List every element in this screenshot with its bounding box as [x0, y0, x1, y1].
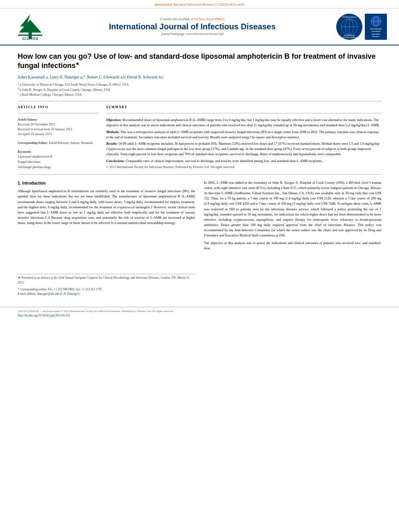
svg-text:ELSEVIER: ELSEVIER	[22, 37, 38, 41]
elsevier-tree-icon: ELSEVIER	[14, 12, 46, 41]
divider-summary	[106, 113, 381, 113]
svg-rect-3	[18, 35, 42, 36]
isid-globe-svg: INTERNATIONAL SOCIETY FOR INFECTIOUS DIS…	[336, 14, 362, 40]
journal-top-bar: International Journal of Infectious Dise…	[0, 0, 399, 8]
conclusions-para: Conclusions: Comparable rates of clinica…	[106, 158, 381, 164]
affiliation-b: b b John H. Stroger Jr. Hospital of Cook…	[18, 87, 381, 92]
journal-cover-badge: InternationalJournal ofInfectiousDisease…	[365, 14, 387, 40]
summary-label: SUMMARY	[106, 105, 381, 109]
conclusions-label: Conclusions:	[106, 159, 125, 163]
intro-heading: 1. Introduction	[18, 180, 195, 187]
page-footer: 1201-9712/$36.00 — see front matter © 20…	[0, 307, 399, 319]
corresponding-editor: Corresponding Editor: Eskild Petersen, A…	[18, 141, 98, 146]
body-col-left: 1. Introduction Although lipid-based amp…	[18, 180, 195, 296]
editor-name: Eskild Petersen, Aarhus, Denmark	[49, 141, 93, 145]
journal-cover-globe-svg	[366, 15, 386, 28]
methods-label: Methods:	[106, 130, 119, 134]
keywords-label: Keywords:	[18, 150, 98, 154]
results-para: Results: Of 89 adult L-AMB recipients in…	[106, 141, 381, 156]
footnote-email: E-mail address: danziger@uic.edu (L.H. D…	[18, 292, 195, 296]
article-history: Article history: Received 29 November 20…	[18, 117, 98, 137]
journal-info-center: Contents lists available at SciVerse Sci…	[52, 17, 332, 36]
info-summary-cols: ARTICLE INFO Article history: Received 2…	[18, 105, 381, 170]
article-info-col: ARTICLE INFO Article history: Received 2…	[18, 105, 98, 170]
results-label: Results:	[106, 142, 117, 146]
divider-2	[18, 174, 381, 175]
svg-text:INTERNATIONAL: INTERNATIONAL	[343, 16, 356, 18]
footer-issn: 1201-9712/$36.00 — see front matter © 20…	[18, 310, 381, 313]
conclusions-text: Comparable rates of clinical improvement…	[125, 159, 323, 163]
received-date: Received 29 November 2012	[18, 122, 98, 127]
elsevier-logo-area: ELSEVIER	[12, 12, 48, 41]
divider-1	[18, 101, 381, 101]
affiliations: a a University of Illinois at Chicago, 8…	[18, 82, 381, 97]
main-content: How low can you go? Use of low- and stan…	[0, 45, 399, 303]
left-col-footnotes: ★ Presented as an abstract at the 22nd A…	[18, 274, 195, 296]
article-info-label: ARTICLE INFO	[18, 105, 98, 109]
revised-date: Received in revised form 10 January 2013	[18, 127, 98, 132]
article-title: How low can you go? Use of low- and stan…	[18, 52, 381, 71]
footnote-author-text: * Corresponding author. Tel.: +1 312 996…	[18, 287, 195, 292]
history-label: Article history:	[18, 117, 98, 122]
journal-title: International Journal of Infectious Dise…	[52, 22, 332, 31]
keywords-list: Liposomal amphotericin B Fungal infectio…	[18, 154, 98, 170]
affiliation-a: a a University of Illinois at Chicago, 8…	[18, 82, 381, 87]
divider-info	[18, 113, 98, 113]
objectives-para: Objectives: Recommended doses of liposom…	[106, 117, 381, 128]
title-star: ★	[76, 62, 79, 66]
sciverse-link[interactable]: SciVerse ScienceDirect	[194, 17, 224, 21]
journal-badge-text: InternationalJournal ofInfectiousDisease…	[370, 28, 381, 38]
summary-copyright: © 2013 International Society for Infecti…	[106, 165, 381, 170]
editor-label: Corresponding Editor:	[18, 141, 48, 145]
body-two-col: 1. Introduction Although lipid-based amp…	[18, 180, 381, 296]
footer-doi[interactable]: http://dx.doi.org/10.1016/j.ijid.2013.01…	[18, 314, 381, 317]
authors-line: Zahra Kassamali a, Larry H. Danziger a,*…	[18, 75, 381, 79]
methods-para: Methods: This was a retrospective analys…	[106, 129, 381, 140]
journal-homepage: journal homepage: www.elsevier.com/locat…	[52, 32, 332, 36]
objectives-text: Recommended doses of liposomal amphoteri…	[106, 118, 380, 127]
svg-text:INFECTIOUS DISEASES: INFECTIOUS DISEASES	[340, 37, 359, 39]
summary-col: SUMMARY Objectives: Recommended doses of…	[106, 105, 381, 170]
right-para2: The objective of this analysis was to as…	[204, 240, 381, 251]
journal-citation: International Journal of Infectious Dise…	[155, 2, 245, 6]
keyword-1: Liposomal amphotericin B	[18, 154, 98, 160]
accepted-date: Accepted 18 January 2013	[18, 132, 98, 137]
contents-line: Contents lists available at SciVerse Sci…	[52, 17, 332, 21]
intro-para1: Although lipid-based amphotericin B form…	[18, 189, 195, 226]
footnote-star-text: ★ Presented as an abstract at the 22nd A…	[18, 274, 195, 285]
right-para1: In 2002, L-AMB was added to the formular…	[204, 180, 381, 238]
page-wrapper: International Journal of Infectious Dise…	[0, 0, 399, 532]
results-text: Of 89 adult L-AMB recipients included, 3…	[106, 142, 380, 156]
isid-badge: INTERNATIONAL SOCIETY FOR INFECTIOUS DIS…	[336, 14, 362, 40]
summary-content: Objectives: Recommended doses of liposom…	[106, 117, 381, 170]
journal-header: ELSEVIER Contents lists available at Sci…	[0, 8, 399, 45]
journal-badges: INTERNATIONAL SOCIETY FOR INFECTIOUS DIS…	[336, 14, 387, 40]
keyword-2: Fungal infections	[18, 160, 98, 165]
methods-text: This was a retrospective analysis of adu…	[106, 130, 378, 139]
keyword-3: Antifungal pharmacology	[18, 165, 98, 170]
objectives-label: Objectives:	[106, 118, 122, 122]
body-col-right: In 2002, L-AMB was added to the formular…	[204, 180, 381, 296]
affiliation-c: c c Rush Medical College, Chicago, Illin…	[18, 92, 381, 97]
keywords-section: Keywords: Liposomal amphotericin B Funga…	[18, 150, 98, 170]
